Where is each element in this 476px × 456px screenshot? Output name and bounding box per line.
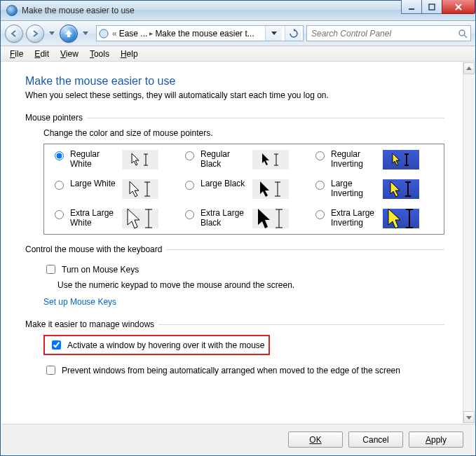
address-dropdown[interactable] <box>265 26 282 41</box>
option-extra-large-inverting[interactable]: Extra Large Inverting <box>312 209 437 228</box>
radio-large-white[interactable] <box>55 181 64 190</box>
ease-of-access-icon <box>98 28 109 39</box>
option-extra-large-black[interactable]: Extra Large Black <box>182 209 306 228</box>
back-button[interactable] <box>5 25 23 43</box>
cursor-ibeam-icon <box>405 209 415 228</box>
option-regular-black[interactable]: Regular Black <box>182 150 306 170</box>
dialog-footer: OK Cancel Apply <box>1 424 475 455</box>
checkbox-input[interactable] <box>46 265 55 274</box>
apply-button[interactable]: Apply <box>409 431 463 448</box>
svg-rect-0 <box>409 8 414 10</box>
pointer-preview <box>122 209 158 228</box>
cancel-button[interactable]: Cancel <box>348 431 403 448</box>
breadcrumb[interactable]: « Ease ... ▸ Make the mouse easier t... <box>112 29 254 39</box>
address-bar[interactable]: « Ease ... ▸ Make the mouse easier t... <box>96 25 304 41</box>
checkbox-label: Prevent windows from being automatically… <box>62 366 400 375</box>
option-large-white[interactable]: Large White <box>51 179 176 199</box>
radio-regular-black[interactable] <box>185 151 194 160</box>
radio-extra-large-white[interactable] <box>55 210 64 219</box>
search-box[interactable] <box>306 25 471 41</box>
minimize-icon <box>408 4 415 11</box>
menu-file[interactable]: File <box>5 48 28 60</box>
pointer-preview <box>383 179 419 199</box>
mouse-keys-note: Use the numeric keypad to move the mouse… <box>57 280 444 290</box>
window: Make the mouse easier to use <box>0 0 476 456</box>
option-large-inverting[interactable]: Large Inverting <box>312 179 437 199</box>
cursor-arrow-icon <box>130 153 142 167</box>
radio-regular-inverting[interactable] <box>315 151 325 160</box>
cursor-arrow-icon <box>391 153 402 167</box>
chevron-down-icon <box>466 415 472 420</box>
up-dropdown[interactable] <box>81 32 90 36</box>
vertical-scrollbar[interactable] <box>463 62 475 423</box>
window-buttons <box>402 0 475 14</box>
cursor-ibeam-icon <box>144 209 154 228</box>
history-dropdown[interactable] <box>47 32 57 36</box>
cursor-arrow-icon <box>259 181 273 198</box>
option-label: Regular White <box>70 150 118 170</box>
chevron-right-icon: ▸ <box>149 29 153 37</box>
checkbox-input[interactable] <box>46 366 55 375</box>
search-input[interactable] <box>310 28 455 39</box>
content-area: Make the mouse easier to use When you se… <box>1 62 475 423</box>
chevron-down-icon <box>83 32 88 36</box>
content: Make the mouse easier to use When you se… <box>1 62 463 423</box>
menu-view[interactable]: View <box>55 48 83 60</box>
minimize-button[interactable] <box>401 0 422 14</box>
option-regular-white[interactable]: Regular White <box>51 150 176 170</box>
scroll-up-button[interactable] <box>463 62 475 74</box>
link-set-up-mouse-keys[interactable]: Set up Mouse Keys <box>43 297 444 307</box>
option-label: Extra Large Inverting <box>331 209 379 228</box>
option-label: Large Black <box>200 179 248 189</box>
refresh-icon <box>289 29 299 39</box>
option-label: Extra Large Black <box>200 209 248 228</box>
arrow-up-icon <box>64 29 74 39</box>
option-label: Large White <box>70 179 118 189</box>
radio-large-inverting[interactable] <box>315 181 325 190</box>
maximize-icon <box>428 4 435 11</box>
maximize-button[interactable] <box>421 0 442 14</box>
svg-point-2 <box>100 29 108 38</box>
menu-tools[interactable]: Tools <box>85 48 114 60</box>
cursor-ibeam-icon <box>404 181 413 197</box>
checkbox-prevent-auto-arrange[interactable]: Prevent windows from being automatically… <box>43 364 444 377</box>
menu-help[interactable]: Help <box>116 48 143 60</box>
radio-extra-large-inverting[interactable] <box>315 210 325 219</box>
arrow-right-icon <box>31 29 39 38</box>
checkbox-turn-on-mouse-keys[interactable]: Turn on Mouse Keys <box>43 263 444 276</box>
radio-large-black[interactable] <box>185 181 194 190</box>
option-large-black[interactable]: Large Black <box>182 179 306 199</box>
cursor-ibeam-icon <box>275 209 285 228</box>
ok-button[interactable]: OK <box>288 431 343 448</box>
window-title: Make the mouse easier to use <box>22 6 135 15</box>
pointer-preview <box>122 179 158 199</box>
cursor-arrow-icon <box>387 208 404 229</box>
radio-regular-white[interactable] <box>55 151 64 160</box>
breadcrumb-current[interactable]: Make the mouse easier t... <box>155 29 254 39</box>
checkbox-activate-on-hover[interactable] <box>52 340 61 350</box>
cursor-arrow-icon <box>389 181 403 198</box>
scroll-down-button[interactable] <box>463 411 475 423</box>
cursor-ibeam-icon <box>273 153 280 166</box>
close-icon <box>454 4 463 11</box>
option-extra-large-white[interactable]: Extra Large White <box>51 209 176 228</box>
pointer-preview <box>252 209 289 228</box>
close-button[interactable] <box>442 0 475 14</box>
pointer-options-grid: Regular White Regular Black <box>43 144 444 235</box>
menu-edit[interactable]: Edit <box>29 48 54 60</box>
scroll-track[interactable] <box>463 74 475 411</box>
section-legend: Control the mouse with the keyboard <box>25 244 166 254</box>
radio-extra-large-black[interactable] <box>185 210 194 219</box>
refresh-button[interactable] <box>285 26 301 41</box>
chevron-down-icon <box>271 32 277 36</box>
cursor-arrow-icon <box>128 181 142 198</box>
option-label: Regular Black <box>200 150 248 170</box>
forward-button[interactable] <box>26 25 44 43</box>
option-regular-inverting[interactable]: Regular Inverting <box>312 150 437 170</box>
breadcrumb-parent[interactable]: Ease ... <box>119 29 148 39</box>
cursor-arrow-icon <box>126 208 143 229</box>
arrow-left-icon <box>10 29 18 38</box>
page-subtitle: When you select these settings, they wil… <box>25 90 444 100</box>
section-legend: Mouse pointers <box>25 113 87 123</box>
up-button[interactable] <box>60 25 78 43</box>
